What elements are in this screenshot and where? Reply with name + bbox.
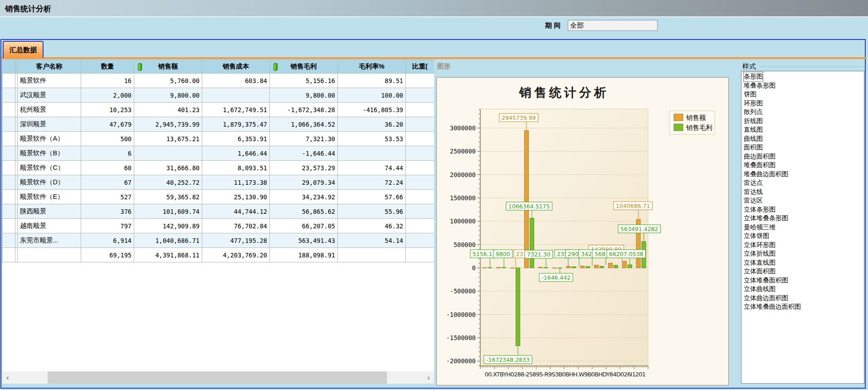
value-cell: 11,173.38	[202, 175, 270, 190]
row-gutter[interactable]	[3, 248, 15, 262]
value-cell: 59,365.82	[134, 190, 202, 204]
scroll-left-button[interactable]: ‹	[2, 371, 13, 384]
customer-name-cell: 武汉顺景	[18, 88, 81, 103]
style-panel-label: 样式	[742, 62, 756, 71]
table-row[interactable]: 深圳顺景47,6792,945,739.991,879,375.471,066,…	[3, 117, 434, 132]
style-list-item[interactable]: 立体曲线图	[741, 285, 864, 294]
row-gutter[interactable]	[3, 190, 15, 204]
style-list-item[interactable]: 条形图	[741, 72, 864, 81]
table-row[interactable]: 顺景软件（D）6740,252.7211,173.3829,079.3472.2…	[3, 175, 434, 190]
value-cell	[406, 161, 434, 175]
style-list-item[interactable]: 立体条形图	[741, 205, 864, 214]
table-row[interactable]: 陕西顺景376101,609.7444,744.1256,865.6255.96	[3, 204, 434, 219]
style-list-item[interactable]: 雷达区	[741, 196, 864, 205]
style-list-item[interactable]: 折线图	[741, 117, 864, 126]
value-cell: 34,234.92	[270, 190, 338, 204]
period-input[interactable]	[568, 20, 658, 31]
svg-text:290: 290	[568, 251, 579, 257]
style-list-item[interactable]: 立体曲边面积图	[741, 294, 864, 303]
column-header[interactable]: 客户名称	[18, 60, 81, 74]
value-cell: 67	[81, 175, 134, 190]
value-cell: 500	[81, 132, 134, 146]
style-list-item[interactable]: 立体堆叠条形图	[741, 214, 864, 223]
value-cell: 6	[81, 146, 134, 161]
svg-text:563491.4282: 563491.4282	[620, 226, 658, 232]
row-gutter[interactable]	[3, 233, 15, 248]
value-cell: 6,353.91	[202, 132, 270, 146]
column-header[interactable]: 比重(	[406, 60, 434, 74]
chart-style-listbox[interactable]: 条形图堆叠条形图饼图环形图散列点折线图直线图曲线图面积图曲边面积图堆叠面积图堆叠…	[741, 71, 864, 384]
table-row[interactable]: 东莞市顺景...6,9141,040,686.71477,195.28563,4…	[3, 233, 434, 248]
style-list-item[interactable]: 堆叠曲边面积图	[741, 170, 864, 179]
row-gutter[interactable]	[3, 132, 15, 146]
column-header[interactable]: 销售额	[134, 60, 202, 74]
column-header[interactable]: 毛利率%	[338, 60, 406, 74]
value-cell	[406, 132, 434, 146]
style-list-item[interactable]: 环形图	[741, 99, 864, 108]
table-row[interactable]: 武汉顺景2,0009,800.009,800.00100.00	[3, 88, 434, 103]
style-list-item[interactable]: 饼图	[741, 90, 864, 99]
style-list-item[interactable]: 直线图	[741, 125, 864, 134]
style-list-item[interactable]: 立体折线图	[741, 249, 864, 258]
style-list-item[interactable]: 堆叠面积图	[741, 161, 864, 170]
customer-name-cell: 顺景软件	[18, 74, 81, 88]
svg-text:销售毛利: 销售毛利	[686, 124, 712, 131]
table-row[interactable]: 顺景软件（C）6031,666.808,093.5123,573.2974.44	[3, 161, 434, 175]
style-list-item[interactable]: 雷达点	[741, 178, 864, 188]
style-list-item[interactable]: 立体堆叠面积图	[741, 276, 864, 285]
app-window: { "window": { "title": "销售统计分析" }, "tool…	[0, 0, 868, 390]
row-gutter[interactable]	[3, 204, 15, 219]
table-row[interactable]: 杭州顺景10,253401.231,672,749.51-1,672,348.2…	[3, 103, 434, 117]
svg-text:-2000000: -2000000	[446, 357, 476, 365]
svg-text:7321.30: 7321.30	[527, 251, 551, 258]
value-cell: 36.20	[338, 117, 406, 132]
style-list-item[interactable]: 散列点	[741, 108, 864, 117]
style-list-item[interactable]: 面积图	[741, 143, 864, 152]
svg-text:-1000000: -1000000	[446, 311, 476, 318]
value-cell: 53.53	[338, 132, 406, 146]
row-gutter[interactable]	[3, 219, 15, 233]
value-cell	[338, 146, 406, 161]
column-header[interactable]: 数量	[81, 60, 134, 74]
scrollbar-thumb[interactable]	[48, 371, 387, 384]
style-list-item[interactable]: 曲边面积图	[741, 152, 864, 161]
row-gutter[interactable]	[3, 146, 15, 161]
value-cell: 100.00	[338, 88, 406, 103]
table-row[interactable]: 顺景软件（A）50013,675.216,353.917,321.3053.53	[3, 132, 434, 146]
value-cell: 23,573.29	[270, 161, 338, 175]
horizontal-scrollbar[interactable]: ‹ ›	[2, 371, 434, 384]
table-row[interactable]: 69,1954,391,868.114,203,769.20188,098.91	[3, 248, 434, 262]
style-list-item[interactable]: 立体饼图	[741, 232, 864, 241]
value-cell	[406, 204, 434, 219]
style-list-item[interactable]: 立体环形图	[741, 241, 864, 250]
style-list-item[interactable]: 曲线图	[741, 134, 864, 143]
gutter-corner	[3, 60, 15, 74]
row-gutter[interactable]	[3, 74, 15, 88]
style-list-item[interactable]: 立体直线图	[741, 258, 864, 267]
tab-summary-data[interactable]: 汇总数据	[3, 41, 44, 58]
customer-name-cell: 越南顺景	[18, 219, 81, 233]
svg-text:342: 342	[581, 251, 592, 257]
row-gutter[interactable]	[3, 117, 15, 132]
value-cell: 13,675.21	[134, 132, 202, 146]
column-header[interactable]: 销售成本	[202, 60, 270, 74]
row-gutter[interactable]	[3, 103, 15, 117]
style-list-item[interactable]: 曼哈顿三维	[741, 223, 864, 232]
table-row[interactable]: 越南顺景797142,909.8976,702.8466,207.0546.32	[3, 219, 434, 233]
style-list-item[interactable]: 立体堆叠曲边面积图	[741, 302, 864, 311]
style-list-item[interactable]: 雷达线	[741, 188, 864, 197]
table-row[interactable]: 顺景软件（B）61,646.44-1,646.44	[3, 146, 434, 161]
table-row[interactable]: 顺景软件165,760.00603.845,156.1689.51	[3, 74, 434, 88]
column-header[interactable]: 销售毛利	[270, 60, 338, 74]
value-cell: 29,079.34	[270, 175, 338, 190]
table-row[interactable]: 顺景软件（E）52759,365.8225,130.9034,234.9257.…	[3, 190, 434, 204]
row-gutter[interactable]	[3, 175, 15, 190]
value-cell	[406, 190, 434, 204]
row-gutter[interactable]	[3, 88, 15, 103]
row-gutter[interactable]	[3, 161, 15, 175]
style-list-item[interactable]: 堆叠条形图	[741, 81, 864, 90]
value-cell	[406, 103, 434, 117]
value-cell: 25,130.90	[202, 190, 270, 204]
scroll-right-button[interactable]: ›	[423, 371, 434, 384]
style-list-item[interactable]: 立体面积图	[741, 267, 864, 276]
